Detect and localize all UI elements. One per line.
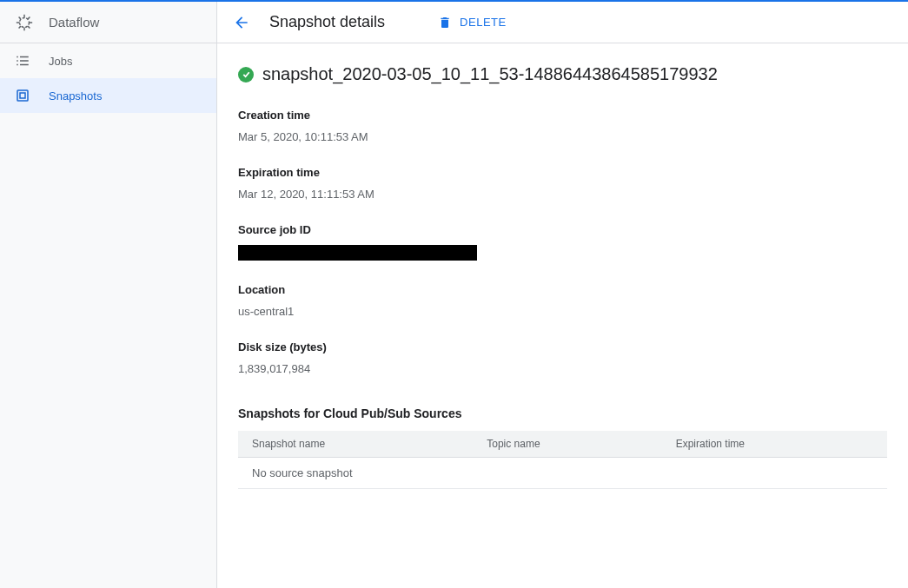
svg-rect-16 [20, 93, 25, 98]
delete-button[interactable]: Delete [437, 15, 507, 30]
table-header: Snapshot name Topic name Expiration time [238, 431, 887, 458]
snapshot-title-row: snapshot_2020-03-05_10_11_53-14886443864… [238, 64, 887, 84]
field-label: Expiration time [238, 166, 887, 179]
svg-line-5 [19, 17, 21, 18]
sidebar-item-snapshots[interactable]: Snapshots [0, 78, 216, 113]
field-label: Location [238, 283, 887, 296]
list-icon [14, 52, 31, 69]
field-value: Mar 5, 2020, 10:11:53 AM [238, 130, 887, 143]
snapshot-icon [14, 87, 31, 104]
svg-rect-9 [17, 56, 18, 58]
sidebar-item-label: Snapshots [49, 89, 102, 102]
app-container: Dataflow Jobs [0, 2, 908, 588]
field-disk-size: Disk size (bytes) 1,839,017,984 [238, 340, 887, 375]
empty-message: No source snapshot [238, 458, 887, 489]
content-area: snapshot_2020-03-05_10_11_53-14886443864… [217, 43, 908, 588]
svg-rect-12 [20, 56, 29, 58]
table-row-empty: No source snapshot [238, 458, 887, 489]
svg-line-6 [28, 26, 30, 28]
arrow-left-icon [233, 14, 250, 31]
sidebar-item-jobs[interactable]: Jobs [0, 43, 216, 78]
pubsub-table: Snapshot name Topic name Expiration time… [238, 431, 887, 489]
main-content: Snapshot details Delete snapshot_2020-03… [217, 2, 908, 588]
svg-rect-15 [17, 90, 28, 101]
field-source-job-id: Source job ID [238, 223, 887, 261]
field-value: 1,839,017,984 [238, 362, 887, 375]
success-icon [238, 67, 254, 83]
redacted-value [238, 245, 477, 261]
snapshot-name: snapshot_2020-03-05_10_11_53-14886443864… [262, 64, 718, 84]
field-label: Creation time [238, 109, 887, 122]
page-title: Snapshot details [269, 13, 385, 31]
pubsub-section-title: Snapshots for Cloud Pub/Sub Sources [238, 406, 887, 420]
sidebar-header: Dataflow [0, 2, 216, 43]
dataflow-icon [14, 12, 35, 33]
column-header: Snapshot name [238, 431, 473, 458]
field-expiration-time: Expiration time Mar 12, 2020, 11:11:53 A… [238, 166, 887, 201]
svg-rect-14 [20, 64, 29, 66]
field-creation-time: Creation time Mar 5, 2020, 10:11:53 AM [238, 109, 887, 143]
field-value: us-central1 [238, 305, 887, 318]
delete-button-label: Delete [460, 16, 507, 29]
svg-line-7 [19, 26, 21, 28]
svg-point-0 [20, 17, 30, 27]
field-label: Disk size (bytes) [238, 340, 887, 353]
svg-line-8 [28, 17, 30, 18]
field-location: Location us-central1 [238, 283, 887, 318]
column-header: Topic name [473, 431, 661, 458]
product-name: Dataflow [49, 15, 99, 30]
svg-rect-11 [17, 64, 18, 66]
field-label: Source job ID [238, 223, 887, 236]
field-value: Mar 12, 2020, 11:11:53 AM [238, 188, 887, 201]
svg-rect-10 [17, 60, 18, 62]
topbar: Snapshot details Delete [217, 2, 908, 43]
trash-icon [437, 15, 453, 30]
sidebar-item-label: Jobs [49, 55, 72, 68]
sidebar: Dataflow Jobs [0, 2, 217, 588]
back-button[interactable] [231, 12, 252, 33]
column-header: Expiration time [662, 431, 887, 458]
svg-rect-13 [20, 60, 29, 62]
